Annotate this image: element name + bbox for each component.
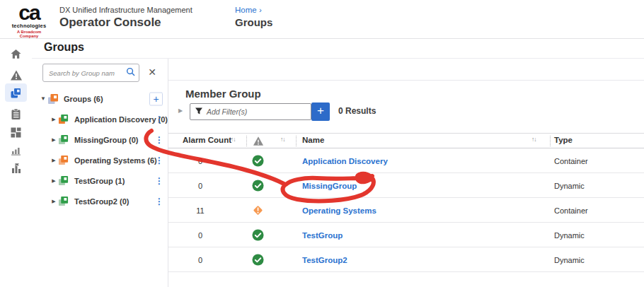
col-type: Type [554, 136, 573, 144]
nav-groups-icon[interactable] [5, 83, 27, 102]
product-title: DX Unified Infrastructure Management Ope… [59, 6, 192, 30]
type-cell: Container [554, 148, 588, 173]
status-ok-icon [252, 180, 264, 192]
group-search-input[interactable]: Search by Group nam [42, 64, 139, 82]
nav-home-icon[interactable] [5, 45, 27, 63]
member-group-table: Alarm Count ↑↓ ↑↓ Name ↑↓ Type 0 Applica… [168, 133, 644, 272]
nav-metrics-chart-icon[interactable] [5, 141, 27, 160]
close-icon[interactable]: ✕ [145, 64, 159, 80]
chevron-right-icon[interactable]: ▶ [50, 117, 58, 122]
member-group-title: Member Group [185, 88, 261, 100]
table-row[interactable]: 0 TestGroup Dynamic [168, 223, 644, 247]
group-name-link[interactable]: Operating Systems [302, 198, 376, 223]
alarm-count-cell: 0 [183, 223, 218, 247]
alarm-count-cell: 0 [183, 173, 218, 198]
header-divider [246, 136, 247, 146]
tree-item-label: MissingGroup (0) [74, 136, 138, 144]
group-name-link[interactable]: TestGroup2 [302, 247, 347, 272]
ca-logo-text: ca [8, 3, 50, 23]
tree-item[interactable]: ▶ Operating Systems (6) ⋮ [32, 150, 168, 170]
group-name-link[interactable]: Application Discovery [302, 148, 388, 173]
type-cell: Dynamic [554, 173, 585, 198]
alarm-count-cell: 0 [183, 247, 218, 272]
group-icon [58, 196, 70, 207]
nav-alarms-icon[interactable] [5, 66, 27, 84]
breadcrumb: Home › Groups [235, 6, 272, 28]
tree-item-label: TestGroup2 (0) [74, 197, 129, 206]
nav-dashboards-icon[interactable] [5, 123, 27, 141]
group-container-icon [47, 93, 59, 105]
group-icon [58, 134, 70, 146]
table-row[interactable]: 0 Application Discovery Container [168, 148, 644, 173]
tree-item-label: Operating Systems (6) [74, 156, 157, 165]
nav-inventory-icon[interactable] [5, 105, 27, 123]
kebab-menu-icon[interactable]: ⋮ [155, 176, 163, 186]
add-filter-button[interactable]: + [311, 102, 330, 121]
kebab-menu-icon[interactable]: ⋮ [155, 135, 163, 145]
status-ok-icon [252, 254, 264, 266]
sort-icon-alarm-count[interactable]: ↑↓ [231, 136, 236, 143]
results-count: 0 Results [338, 106, 376, 116]
group-icon [58, 175, 70, 187]
type-cell: Container [554, 198, 588, 223]
add-filter-input[interactable]: Add Filter(s) [190, 103, 311, 120]
tree-item[interactable]: ▶ MissingGroup (0) ⋮ [32, 129, 168, 150]
sort-icon-severity[interactable]: ↑↓ [280, 136, 285, 143]
kebab-menu-icon[interactable]: ⋮ [155, 197, 163, 206]
alarm-count-cell: 11 [183, 198, 218, 223]
table-row[interactable]: 0 MissingGroup Dynamic [168, 173, 644, 198]
breadcrumb-home-link[interactable]: Home [235, 6, 257, 14]
member-group-panel: Member Group ▶ Add Filter(s) + 0 Results… [168, 59, 644, 287]
status-warning-icon [252, 204, 264, 216]
alarm-count-cell: 0 [183, 148, 218, 173]
group-icon [58, 155, 70, 166]
status-ok-icon [252, 229, 264, 241]
ca-logo-technologies: technologies [8, 23, 50, 29]
search-placeholder: Search by Group nam [49, 69, 126, 77]
ca-logo: ca technologies A Broadcom Company [8, 3, 50, 38]
nav-reports-icon[interactable] [5, 159, 27, 177]
kebab-menu-icon[interactable]: ⋮ [155, 115, 163, 124]
search-icon[interactable] [126, 66, 135, 79]
filter-placeholder: Add Filter(s) [207, 107, 247, 116]
table-header-row: Alarm Count ↑↓ ↑↓ Name ↑↓ Type [168, 133, 644, 148]
chevron-right-icon[interactable]: ▶ [50, 158, 58, 163]
groups-tree: ▼ Groups (6) + ▶ Application Discovery (… [32, 88, 168, 211]
sort-icon-name[interactable]: ↑↓ [531, 136, 536, 143]
console-name: Operator Console [59, 16, 192, 30]
breadcrumb-current: Groups [235, 16, 272, 28]
group-name-link[interactable]: TestGroup [302, 223, 343, 247]
add-group-button[interactable]: + [149, 92, 163, 105]
header-divider [296, 136, 297, 146]
tree-item-label: Application Discovery (0) [74, 115, 168, 124]
kebab-menu-icon[interactable]: ⋮ [155, 156, 163, 165]
chevron-right-icon[interactable]: ▶ [50, 199, 58, 204]
group-name-link[interactable]: MissingGroup [302, 173, 357, 198]
left-nav-rail [0, 39, 32, 287]
table-row[interactable]: 0 TestGroup2 Dynamic [168, 247, 644, 272]
type-cell: Dynamic [554, 247, 585, 272]
tree-item[interactable]: ▶ Application Discovery (0) ⋮ [32, 109, 168, 129]
filter-expand-icon[interactable]: ▶ [178, 107, 183, 114]
breadcrumb-chevron-icon: › [259, 6, 262, 14]
tree-item[interactable]: ▶ TestGroup (1) ⋮ [32, 170, 168, 191]
chevron-right-icon[interactable]: ▶ [50, 137, 58, 143]
col-alarm-count: Alarm Count [183, 136, 231, 144]
main-top-divider [168, 80, 644, 81]
tree-item-label: TestGroup (1) [74, 177, 125, 185]
chevron-right-icon[interactable]: ▶ [50, 178, 58, 184]
chevron-down-icon[interactable]: ▼ [39, 95, 47, 102]
tree-item[interactable]: ▶ TestGroup2 (0) ⋮ [32, 191, 168, 211]
header-divider [550, 136, 551, 146]
page-title: Groups [44, 41, 84, 54]
filter-funnel-icon [195, 105, 203, 118]
group-icon [58, 114, 70, 125]
product-name: DX Unified Infrastructure Management [59, 6, 192, 14]
alarm-severity-icon [253, 136, 264, 148]
tree-root-groups[interactable]: ▼ Groups (6) + [32, 88, 168, 109]
tree-root-label: Groups (6) [64, 95, 103, 103]
broadcom-tagline: A Broadcom Company [8, 30, 50, 38]
app-header: ca technologies A Broadcom Company DX Un… [0, 0, 644, 39]
table-row[interactable]: 11 Operating Systems Container [168, 198, 644, 223]
status-ok-icon [252, 155, 264, 167]
